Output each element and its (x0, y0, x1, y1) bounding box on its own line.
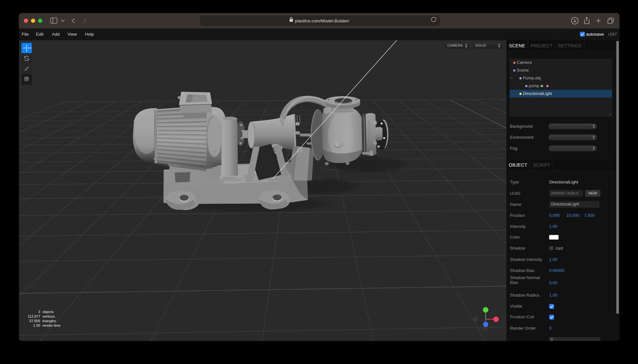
svg-text:triangles: triangles (42, 319, 56, 323)
svg-text:112,977: 112,977 (28, 314, 40, 318)
svg-text:vertices: vertices (42, 314, 55, 318)
svg-text:objects: objects (42, 310, 54, 314)
svg-text:1.00: 1.00 (33, 323, 40, 327)
svg-text:render time: render time (42, 323, 61, 327)
svg-text:plantfce.com/Model-Builder/: plantfce.com/Model-Builder/ (295, 18, 349, 23)
svg-text:3: 3 (38, 310, 40, 314)
svg-text:37,659: 37,659 (29, 319, 40, 323)
